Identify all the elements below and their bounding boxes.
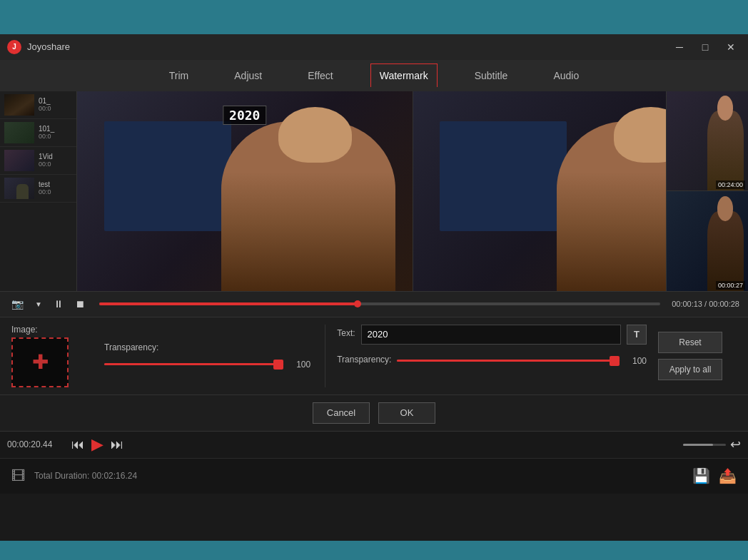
file-info-3: 1Vid 00:0 — [39, 153, 72, 168]
text-input-field[interactable] — [361, 325, 621, 345]
thumb-1: 00:24:00 — [667, 91, 748, 192]
progress-bar[interactable] — [99, 302, 660, 305]
total-duration: Total Duration: 00:02:16.24 — [34, 471, 137, 481]
clip-icon-button[interactable]: 🎞 — [11, 468, 26, 484]
text-input-row: Text: T — [337, 325, 647, 345]
total-time: 00:00:28 — [709, 300, 739, 308]
volume-control: ↩ — [683, 437, 741, 452]
file-info-2: 101_ 00:0 — [39, 125, 72, 140]
controls-bar: 📷 ▼ ⏸ ⏹ 00:00:13 / 00:00:28 — [0, 291, 748, 317]
text-transparency-thumb[interactable] — [610, 356, 620, 366]
file-thumb-3 — [4, 150, 34, 171]
progress-fill — [99, 302, 358, 305]
main-content: 01_ 00:0 101_ 00:0 — [0, 91, 748, 541]
text-section: Text: T Transparency: 100 — [325, 325, 658, 387]
time-display: 00:00:13 / 00:00:28 — [672, 300, 739, 308]
watermark-controls: Image: ✚ Transparency: 100 — [0, 317, 748, 394]
volume-slider[interactable] — [683, 444, 726, 446]
text-transparency-row: Transparency: 100 — [337, 355, 647, 367]
footer-left: 🎞 Total Duration: 00:02:16.24 — [11, 468, 137, 484]
play-button[interactable]: ▶ — [91, 435, 103, 454]
close-button[interactable]: ✕ — [721, 39, 741, 55]
app-title: Joyoshare — [27, 41, 669, 52]
file-duration-1: 00:0 — [39, 105, 72, 112]
screen-element — [104, 121, 231, 231]
stop-button[interactable]: ⏹ — [72, 295, 88, 312]
file-duration-2: 00:0 — [39, 133, 72, 140]
format-text-button[interactable]: T — [627, 325, 647, 345]
file-item-2[interactable]: 101_ 00:0 — [0, 119, 76, 147]
nav-audio[interactable]: Audio — [545, 64, 587, 87]
plus-icon: ✚ — [32, 350, 49, 374]
file-name-1: 01_ — [39, 97, 72, 105]
maximize-button[interactable]: □ — [695, 39, 715, 55]
image-upload-area[interactable]: ✚ — [11, 337, 69, 387]
file-name-2: 101_ — [39, 125, 72, 133]
file-info-4: test 00:0 — [39, 180, 72, 195]
apply-to-all-button[interactable]: Apply to all — [658, 359, 722, 380]
thumb-time-1: 00:24:00 — [716, 180, 745, 189]
title-bar: J Joyoshare ─ □ ✕ — [0, 34, 748, 60]
video-frame-left: 2020 — [77, 91, 413, 291]
screenshot-button[interactable]: 📷 — [9, 295, 26, 312]
bottom-buttons: Cancel OK — [0, 394, 748, 431]
text-label: Text: — [337, 328, 355, 338]
logo-letter: J — [12, 43, 16, 51]
text-transparency-fill — [397, 360, 620, 362]
app-window: J Joyoshare ─ □ ✕ Trim Adjust Effect Wat… — [0, 34, 748, 541]
file-item-3[interactable]: 1Vid 00:0 — [0, 147, 76, 175]
image-label: Image: — [11, 325, 90, 335]
nav-bar: Trim Adjust Effect Watermark Subtitle Au… — [0, 60, 748, 91]
video-area: 01_ 00:0 101_ 00:0 — [0, 91, 748, 291]
image-transparency-thumb[interactable] — [273, 360, 283, 370]
footer-bar: 🎞 Total Duration: 00:02:16.24 💾 📤 — [0, 458, 748, 494]
file-item-4[interactable]: test 00:0 — [0, 175, 76, 203]
preview-right: 00:24:00 00:00:27 — [413, 91, 749, 291]
text-transparency-label: Transparency: — [337, 355, 391, 365]
current-time: 00:00:13 — [672, 300, 702, 308]
file-thumb-1 — [4, 94, 34, 116]
action-buttons: Reset Apply to all — [658, 325, 737, 387]
nav-effect[interactable]: Effect — [299, 64, 342, 87]
skip-back-button[interactable]: ⏮ — [71, 437, 84, 452]
file-name-4: test — [39, 180, 72, 188]
export-icon-button[interactable]: 📤 — [719, 467, 737, 484]
thumb-time-2: 00:00:27 — [716, 281, 745, 290]
image-transparency-label: Transparency: — [104, 342, 310, 352]
nav-adjust[interactable]: Adjust — [226, 64, 271, 87]
screenshot-dropdown[interactable]: ▼ — [32, 297, 45, 311]
cancel-button[interactable]: Cancel — [313, 402, 370, 424]
file-thumb-4 — [4, 178, 34, 199]
video-previews: 2020 — [77, 91, 748, 291]
nav-subtitle[interactable]: Subtitle — [466, 64, 517, 87]
text-transparency-track[interactable] — [397, 360, 620, 362]
nav-trim[interactable]: Trim — [161, 64, 197, 87]
person-head — [278, 107, 352, 163]
file-duration-3: 00:0 — [39, 161, 72, 168]
return-button[interactable]: ↩ — [730, 437, 741, 452]
image-section: Image: ✚ — [11, 325, 90, 387]
nav-watermark[interactable]: Watermark — [370, 63, 438, 87]
ok-button[interactable]: OK — [378, 402, 435, 424]
file-duration-4: 00:0 — [39, 188, 72, 195]
thumb-2: 00:00:27 — [667, 191, 748, 291]
screen-element-right — [440, 121, 567, 231]
file-name-3: 1Vid — [39, 153, 72, 161]
text-transparency-value: 100 — [625, 356, 647, 366]
watermark-display: 2020 — [223, 106, 266, 125]
image-transparency-section: Transparency: 100 — [90, 325, 325, 387]
minimize-button[interactable]: ─ — [669, 39, 689, 55]
file-item-1[interactable]: 01_ 00:0 — [0, 91, 76, 119]
save-icon-button[interactable]: 💾 — [692, 467, 710, 484]
skip-forward-button[interactable]: ⏭ — [111, 437, 123, 452]
pause-button[interactable]: ⏸ — [51, 295, 66, 312]
app-logo: J — [7, 40, 21, 54]
preview-left: 2020 — [77, 91, 413, 291]
current-timeline-time: 00:00:20.44 — [7, 439, 64, 449]
footer-right: 💾 📤 — [692, 467, 737, 484]
file-list: 01_ 00:0 101_ 00:0 — [0, 91, 77, 291]
image-transparency-track[interactable] — [104, 363, 283, 365]
reset-button[interactable]: Reset — [658, 332, 722, 353]
image-transparency-slider-row: 100 — [104, 360, 310, 370]
file-info-1: 01_ 00:0 — [39, 97, 72, 112]
